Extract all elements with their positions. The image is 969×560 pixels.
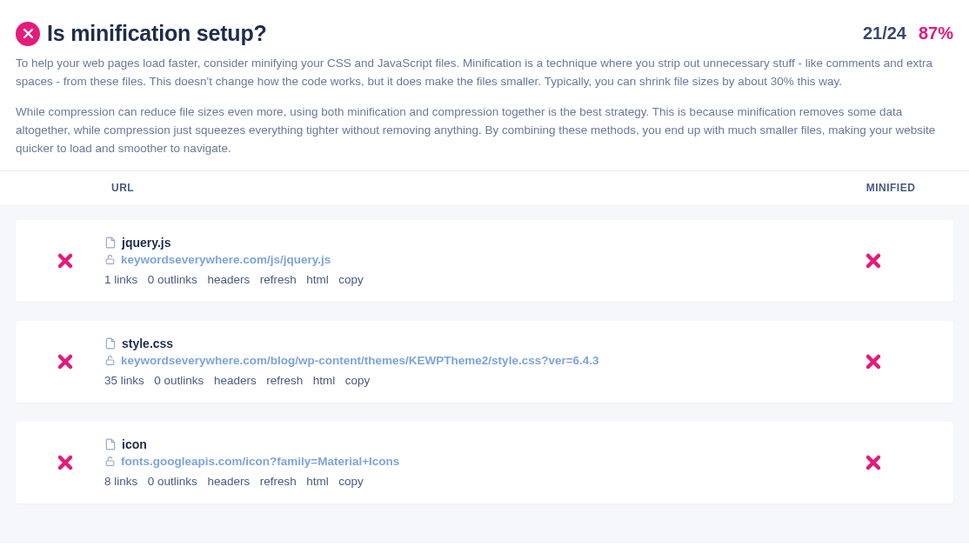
copy-link[interactable]: copy bbox=[345, 374, 371, 387]
file-icon bbox=[104, 237, 117, 249]
row-status-fail-icon bbox=[26, 454, 104, 471]
file-icon bbox=[104, 337, 117, 350]
links-count: 8 links bbox=[104, 475, 137, 488]
description-1: To help your web pages load faster, cons… bbox=[16, 55, 953, 91]
lock-open-icon bbox=[104, 254, 116, 265]
refresh-link[interactable]: refresh bbox=[260, 273, 297, 286]
filename: style.css bbox=[122, 337, 173, 350]
headers-link[interactable]: headers bbox=[214, 374, 257, 387]
table-row: style.css keywordseverywhere.com/blog/wp… bbox=[16, 321, 953, 403]
filename: jquery.js bbox=[122, 236, 171, 250]
svg-rect-0 bbox=[106, 259, 114, 263]
html-link[interactable]: html bbox=[306, 475, 329, 488]
resource-url-link[interactable]: keywordseverywhere.com/js/jquery.js bbox=[121, 253, 331, 266]
filename: icon bbox=[122, 437, 147, 451]
svg-rect-1 bbox=[106, 360, 114, 364]
meta-line: 35 links 0 outlinks headers refresh html… bbox=[104, 374, 804, 387]
score: 21/24 87% bbox=[863, 23, 953, 43]
page-title: Is minification setup? bbox=[47, 21, 267, 46]
links-count: 35 links bbox=[104, 374, 144, 387]
refresh-link[interactable]: refresh bbox=[260, 475, 297, 488]
status-fail-icon bbox=[16, 22, 40, 46]
minified-status-fail-icon bbox=[804, 454, 943, 471]
lock-open-icon bbox=[104, 355, 116, 366]
minified-status-fail-icon bbox=[804, 353, 943, 370]
copy-link[interactable]: copy bbox=[338, 273, 364, 286]
html-link[interactable]: html bbox=[306, 273, 329, 286]
meta-line: 1 links 0 outlinks headers refresh html … bbox=[104, 273, 804, 286]
file-icon bbox=[104, 438, 117, 450]
headers-link[interactable]: headers bbox=[207, 475, 250, 488]
page-header: Is minification setup? 21/24 87% To help… bbox=[0, 0, 969, 171]
description-2: While compression can reduce file sizes … bbox=[16, 103, 953, 158]
outlinks-count: 0 outlinks bbox=[148, 475, 197, 488]
table-row: jquery.js keywordseverywhere.com/js/jque… bbox=[16, 220, 953, 302]
refresh-link[interactable]: refresh bbox=[266, 374, 303, 387]
outlinks-count: 0 outlinks bbox=[154, 374, 204, 387]
table-row: icon fonts.googleapis.com/icon?family=Ma… bbox=[16, 422, 953, 503]
score-percent: 87% bbox=[919, 23, 953, 43]
outlinks-count: 0 outlinks bbox=[148, 273, 197, 286]
column-url: URL bbox=[0, 182, 812, 194]
row-status-fail-icon bbox=[26, 252, 104, 270]
copy-link[interactable]: copy bbox=[338, 475, 364, 488]
html-link[interactable]: html bbox=[313, 374, 336, 387]
resource-url-link[interactable]: fonts.googleapis.com/icon?family=Materia… bbox=[121, 455, 399, 468]
table-header: URL MINIFIED bbox=[0, 171, 969, 204]
svg-rect-2 bbox=[106, 461, 114, 465]
lock-open-icon bbox=[104, 456, 116, 467]
links-count: 1 links bbox=[104, 273, 137, 286]
results-list: jquery.js keywordseverywhere.com/js/jque… bbox=[0, 204, 969, 543]
row-status-fail-icon bbox=[26, 353, 104, 370]
meta-line: 8 links 0 outlinks headers refresh html … bbox=[104, 475, 804, 488]
headers-link[interactable]: headers bbox=[207, 273, 250, 286]
column-minified: MINIFIED bbox=[812, 182, 969, 194]
resource-url-link[interactable]: keywordseverywhere.com/blog/wp-content/t… bbox=[121, 354, 599, 367]
minified-status-fail-icon bbox=[804, 252, 943, 270]
score-count: 21/24 bbox=[863, 23, 906, 43]
